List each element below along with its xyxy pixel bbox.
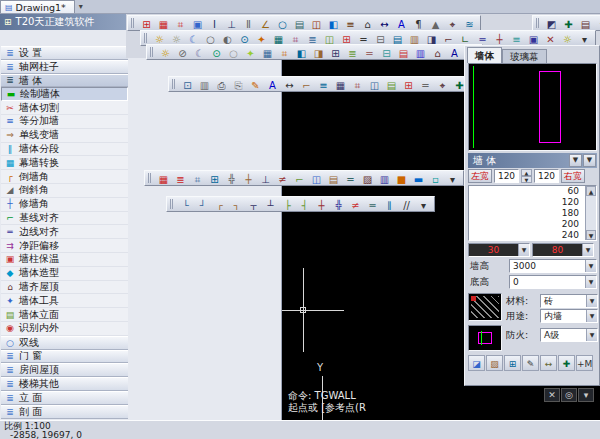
menu-item-wall-insulation[interactable]: ▣ 墙柱保温 [1,253,128,267]
rows-icon[interactable]: ▤ [383,78,400,91]
dropdown-chevron-icon[interactable]: ▼ [586,310,597,322]
grid-icon[interactable]: ▦ [332,78,349,91]
small-box-icon[interactable]: ▫ [427,172,444,185]
bulb-icon[interactable]: ☼ [157,46,174,59]
wall-section-swatch[interactable] [468,325,502,351]
corner-icon[interactable]: ⌐ [440,32,457,45]
toolbar-grip[interactable] [131,18,135,28]
paragraph-icon[interactable]: ¶ [410,17,427,30]
menu-group-axis-column[interactable]: ≣ 轴网柱子 [1,60,128,74]
rows-icon[interactable]: ▤ [395,46,412,59]
pencil-icon[interactable]: ✎ [522,355,539,371]
width-list-item[interactable]: 240 [469,230,585,241]
plus-grid-icon[interactable]: ⊞ [338,32,355,45]
width-list-item[interactable]: 180 [469,208,585,219]
sun-icon[interactable]: ☼ [559,32,576,45]
axis-grid-icon[interactable]: ⊞ [138,17,155,30]
text-icon[interactable]: A [446,46,463,59]
dropdown-chevron-icon[interactable]: ▼ [569,154,582,167]
chevron-down-icon[interactable]: ▾ [415,198,432,211]
steel-column-icon[interactable]: Ⅱ [240,17,257,30]
text-icon[interactable]: A [393,17,410,30]
toolbar-grip[interactable] [536,18,540,28]
layer-off-icon[interactable]: ☼ [168,32,185,45]
menu-chevron-icon[interactable]: ▾ [578,388,594,402]
wall-style-icon[interactable]: ◪ [468,355,485,371]
right-width-button[interactable]: 右宽 [561,169,585,183]
target-icon[interactable]: ⌖ [434,78,451,91]
dimension-icon[interactable]: ↔ [376,17,393,30]
moon-icon[interactable]: ☾ [185,32,202,45]
dropdown-chevron-icon[interactable]: ▼ [585,276,596,288]
double-cross-icon[interactable]: ╬ [330,198,347,211]
target-icon[interactable]: ⊙ [236,32,253,45]
tee-up-icon[interactable]: ┴ [262,198,279,211]
corner-tr-icon[interactable]: ┐ [228,198,245,211]
grid-icon[interactable]: ⊞ [504,355,521,371]
moon-icon[interactable]: ☾ [191,46,208,59]
elevation-mark-icon[interactable]: ▲ [427,17,444,30]
section-mark-icon[interactable]: ⌖ [444,17,461,30]
equals-icon[interactable]: = [355,32,372,45]
toolbar-grip[interactable] [150,47,154,57]
menu-item-wall-cut[interactable]: ✂ 墙体切割 [1,101,128,115]
menu-item-wall-to-roof[interactable]: ⌂ 墙齐屋顶 [1,281,128,295]
list-icon[interactable]: ≣ [344,46,361,59]
plus-icon[interactable]: ✚ [558,355,575,371]
layers-icon[interactable]: ≋ [461,17,478,30]
plus-box-icon[interactable]: ⊞ [327,46,344,59]
more-chevron-icon[interactable]: ▾ [594,17,600,30]
tab-drawing1[interactable]: ▤ Drawing1* [0,0,75,13]
columns-icon[interactable]: ▥ [406,32,423,45]
hash-icon[interactable]: ⌗ [287,32,304,45]
toolbar-grip[interactable] [170,199,174,209]
toolbar-grip[interactable] [144,33,148,43]
minus-box-icon[interactable]: ⊟ [378,46,395,59]
chevron-down-icon[interactable]: ▾ [576,32,593,45]
slash-icon[interactable]: // [398,198,415,211]
tee-left-icon[interactable]: ┤ [296,198,313,211]
tab-glass-curtain[interactable]: 玻璃幕 [502,49,547,63]
left-fill-icon[interactable]: ◧ [293,46,310,59]
columns-icon[interactable]: ▥ [376,172,393,185]
left-insulation-combo[interactable]: 30 ▼ [468,243,530,257]
door-icon[interactable]: ◫ [308,172,325,185]
equals-icon[interactable]: = [417,78,434,91]
axis-dim-icon[interactable]: ▦ [155,17,172,30]
pencil-icon[interactable]: ✎ [247,78,264,91]
move-icon[interactable]: ↔ [281,78,298,91]
half-box-icon[interactable]: ◨ [423,32,440,45]
menu-group-room-roof[interactable]: ≣ 房间屋顶 [1,363,128,377]
tee-down-icon[interactable]: ┬ [245,198,262,211]
plus-grid-icon[interactable]: ⊞ [206,172,223,185]
tee-wall-icon[interactable]: ⊥ [223,17,240,30]
right-angle-icon[interactable]: ∟ [457,32,474,45]
house-icon[interactable]: ⌂ [429,46,446,59]
corner-icon[interactable]: ⌐ [291,172,308,185]
width-list-scrollbar[interactable]: ▲▼ [585,186,596,240]
window-icon[interactable]: ◧ [325,17,342,30]
double-line-icon[interactable]: ═ [474,32,491,45]
column-icon[interactable]: ▣ [189,17,206,30]
hash-icon[interactable]: ⌗ [349,78,366,91]
open-icon[interactable]: ▥ [196,78,213,91]
panel-icon[interactable]: ◩ [543,17,560,30]
corner-icon[interactable]: ⌐ [298,78,315,91]
menu-group-stairs-other[interactable]: ≣ 楼梯其他 [1,377,128,391]
corner-tl-icon[interactable]: ┌ [211,198,228,211]
menu-group-door-window[interactable]: ≣ 门 窗 [1,350,128,364]
menu-item-wall-shape[interactable]: ◆ 墙体造型 [1,267,128,281]
wall-preview[interactable] [468,63,597,151]
axis-list-icon[interactable]: ≣ [172,172,189,185]
double-cross-icon[interactable]: ╬ [223,172,240,185]
roof-icon[interactable]: ⌂ [359,17,376,30]
beam-icon[interactable]: I [206,17,223,30]
close-icon[interactable]: ✕ [544,388,560,402]
wall-type-header[interactable]: 墙 体 ▼ ▼ [468,153,597,168]
angle-icon[interactable]: ∠ [257,17,274,30]
grid-icon[interactable]: ▦ [270,32,287,45]
right-fill-icon[interactable]: ◨ [310,46,327,59]
orange-box-icon[interactable]: ■ [393,172,410,185]
menu-group-double-line[interactable]: ○ 双线 [1,336,128,350]
not-equal-icon[interactable]: ≠ [274,172,291,185]
